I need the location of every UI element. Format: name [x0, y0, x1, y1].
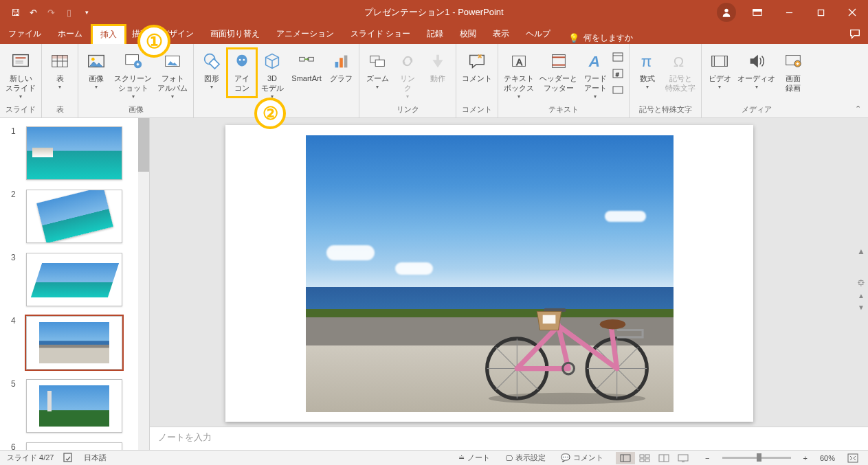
slide-thumbnail[interactable] — [26, 442, 122, 450]
zoom-in-button[interactable]: + — [801, 454, 810, 462]
zoom-out-button[interactable]: − — [702, 454, 712, 462]
thumbnail-row[interactable]: 3 — [0, 250, 149, 313]
slide-sorter-view-button[interactable] — [635, 452, 654, 464]
save-icon[interactable]: 🖫 — [7, 4, 23, 21]
action-button[interactable]: 動作 — [423, 48, 453, 85]
chart-button[interactable]: グラフ — [326, 48, 356, 85]
tab-review[interactable]: 校閲 — [452, 24, 485, 44]
thumbnail-row[interactable]: 1 — [0, 124, 149, 187]
equation-button[interactable]: π 数式 ▾ — [632, 48, 663, 92]
shapes-button[interactable]: 図形 ▾ — [197, 48, 227, 92]
maximize-button[interactable] — [805, 0, 836, 25]
3d-models-button[interactable]: 3D モデル ▾ — [257, 48, 287, 102]
fit-slide-icon[interactable]: ⯐ — [857, 278, 865, 288]
screen-recording-button[interactable]: 画面 録画 — [778, 48, 808, 95]
thumbnail-row[interactable]: 2 — [0, 187, 149, 250]
slide-thumbnail[interactable] — [26, 253, 122, 306]
qat-customize-icon[interactable]: ▾ — [78, 4, 95, 21]
tab-animations[interactable]: アニメーション — [268, 24, 342, 44]
smartart-icon — [295, 49, 318, 73]
thumbnail-row[interactable]: 6 — [0, 440, 149, 450]
slide-thumbnail-pane[interactable]: 123456 — [0, 118, 150, 450]
link-button[interactable]: リン ク ▾ — [392, 48, 423, 102]
thumbnail-row[interactable]: 5 — [0, 376, 149, 440]
window-controls — [717, 0, 868, 25]
normal-view-button[interactable] — [616, 452, 635, 464]
reading-view-button[interactable] — [654, 452, 674, 464]
sidebar-scrollbar[interactable] — [138, 118, 149, 450]
zoom-button[interactable]: ズーム ▾ — [362, 48, 392, 92]
screen-recording-icon — [781, 49, 805, 73]
tab-home[interactable]: ホーム — [49, 24, 91, 44]
undo-icon[interactable]: ↶ — [25, 4, 41, 21]
collapse-ribbon-icon[interactable]: ⌃ — [855, 104, 861, 113]
tab-slideshow[interactable]: スライド ショー — [342, 24, 419, 44]
comment-button[interactable]: コメント — [459, 48, 495, 85]
spellcheck-icon[interactable] — [63, 453, 74, 464]
group-comments: コメント コメント — [456, 44, 498, 117]
account-icon[interactable] — [717, 3, 736, 22]
tell-me-search[interactable]: 💡 何をしますか — [559, 32, 633, 44]
comments-pane-icon[interactable] — [849, 27, 861, 42]
table-button[interactable]: 表 ▾ — [45, 48, 75, 92]
minimize-button[interactable] — [773, 0, 805, 25]
prev-slide-icon[interactable]: ▲ — [857, 247, 865, 256]
notes-toggle-button[interactable]: ≐ ノート — [456, 453, 493, 463]
svg-text:π: π — [641, 53, 652, 70]
header-footer-button[interactable]: ヘッダーと フッター — [537, 48, 580, 95]
slide-thumbnail[interactable] — [26, 126, 122, 180]
notes-pane[interactable]: ノートを入力 — [150, 427, 868, 450]
slide-number-button[interactable]: # — [612, 67, 624, 82]
language-indicator[interactable]: 日本語 — [84, 453, 107, 463]
ribbon-display-options-icon[interactable] — [742, 0, 773, 25]
scrollbar-thumb[interactable] — [138, 118, 149, 172]
svg-rect-28 — [340, 58, 343, 67]
slide-thumbnail[interactable] — [26, 190, 122, 243]
redo-icon[interactable]: ↷ — [43, 4, 59, 21]
comment-icon: 💬 — [561, 453, 570, 462]
wordart-button[interactable]: A ワード アート ▾ — [580, 48, 610, 102]
icons-button[interactable]: アイ コン — [227, 48, 257, 95]
start-from-beginning-icon[interactable]: ▯ — [60, 4, 77, 21]
audio-button[interactable]: オーディオ ▾ — [735, 48, 778, 92]
tab-transitions[interactable]: 画面切り替え — [202, 24, 268, 44]
chevron-down-icon: ▾ — [132, 93, 135, 100]
tab-view[interactable]: 表示 — [485, 24, 518, 44]
ribbon-tabs: ファイル ホーム 挿入 描画 デザイン 画面切り替え アニメーション スライド … — [0, 25, 868, 44]
slide-picture[interactable] — [306, 135, 674, 412]
close-button[interactable] — [836, 0, 868, 25]
chevron-down-icon: ▾ — [518, 93, 520, 100]
object-button[interactable] — [612, 84, 624, 99]
slide-canvas[interactable]: ▲ ⯐ ▲ ▼ — [150, 118, 868, 427]
new-slide-button[interactable]: 新しい スライド ▾ — [3, 48, 38, 102]
table-icon — [48, 49, 71, 73]
date-time-button[interactable] — [612, 51, 624, 66]
slideshow-view-button[interactable] — [674, 452, 693, 464]
editor-area: ▲ ⯐ ▲ ▼ ノートを入力 — [150, 118, 868, 450]
tab-insert[interactable]: 挿入 — [91, 24, 126, 45]
symbol-button[interactable]: Ω 記号と 特殊文字 — [663, 48, 698, 95]
group-label: テキスト — [501, 102, 626, 117]
pictures-button[interactable]: 画像 ▾ — [81, 48, 111, 92]
thumbnail-row[interactable]: 4 — [0, 313, 149, 376]
zoom-percent[interactable]: 60% — [820, 454, 835, 462]
zoom-slider-handle[interactable] — [757, 453, 761, 462]
tab-file[interactable]: ファイル — [0, 24, 49, 44]
slide-thumbnail[interactable] — [26, 379, 122, 433]
video-button[interactable]: ビデオ ▾ — [704, 48, 735, 92]
next-slide-up-icon[interactable]: ▲ — [858, 292, 865, 299]
comments-toggle-button[interactable]: 💬 コメント — [558, 453, 606, 463]
svg-point-24 — [243, 59, 245, 61]
next-slide-down-icon[interactable]: ▼ — [858, 304, 865, 311]
display-settings-button[interactable]: 🖵 表示設定 — [502, 453, 548, 463]
fit-to-window-button[interactable] — [845, 453, 861, 463]
zoom-slider[interactable] — [722, 457, 791, 459]
textbox-button[interactable]: A テキスト ボックス ▾ — [501, 48, 537, 102]
slide-thumbnail[interactable] — [26, 316, 122, 370]
slide[interactable] — [225, 125, 753, 422]
thumbnail-number: 2 — [11, 190, 18, 199]
smartart-button[interactable]: SmartArt — [287, 48, 326, 85]
tab-help[interactable]: ヘルプ — [518, 24, 559, 44]
svg-rect-48 — [725, 56, 728, 67]
tab-record[interactable]: 記録 — [419, 24, 452, 44]
